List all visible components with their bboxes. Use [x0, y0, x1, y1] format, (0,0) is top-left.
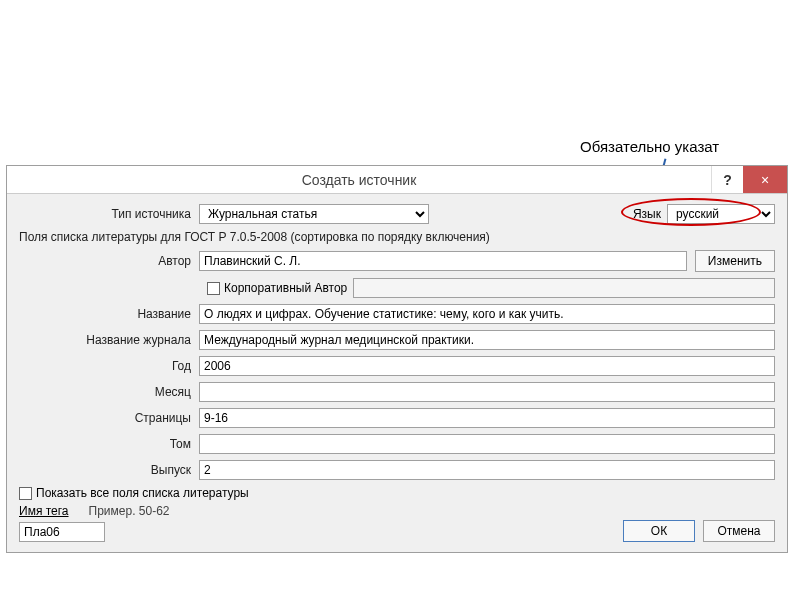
tag-name-input[interactable] — [19, 522, 105, 542]
journal-label: Название журнала — [19, 333, 199, 347]
month-input[interactable] — [199, 382, 775, 402]
help-button[interactable]: ? — [711, 166, 743, 193]
issue-input[interactable] — [199, 460, 775, 480]
pages-label: Страницы — [19, 411, 199, 425]
create-source-dialog: Создать источник ? × Тип источника Журна… — [6, 165, 788, 553]
volume-label: Том — [19, 437, 199, 451]
author-input[interactable] — [199, 251, 687, 271]
year-input[interactable] — [199, 356, 775, 376]
tag-name-label: Имя тега — [19, 504, 69, 518]
close-button[interactable]: × — [743, 166, 787, 193]
fields-section-title: Поля списка литературы для ГОСТ Р 7.0.5-… — [19, 230, 775, 244]
example-text: Пример. 50-62 — [89, 504, 170, 518]
dialog-title: Создать источник — [7, 172, 711, 188]
pages-input[interactable] — [199, 408, 775, 428]
language-select[interactable]: русский — [667, 204, 775, 224]
edit-author-button[interactable]: Изменить — [695, 250, 775, 272]
title-label: Название — [19, 307, 199, 321]
annotation-text: Обязательно указат — [580, 138, 719, 155]
issue-label: Выпуск — [19, 463, 199, 477]
language-label: Язык — [633, 207, 661, 221]
corporate-author-input[interactable] — [353, 278, 775, 298]
year-label: Год — [19, 359, 199, 373]
show-all-fields-label: Показать все поля списка литературы — [36, 486, 249, 500]
close-icon: × — [761, 172, 769, 188]
cancel-button[interactable]: Отмена — [703, 520, 775, 542]
corporate-author-checkbox[interactable] — [207, 282, 220, 295]
title-input[interactable] — [199, 304, 775, 324]
show-all-fields-checkbox[interactable] — [19, 487, 32, 500]
corporate-author-label: Корпоративный Автор — [224, 281, 347, 295]
ok-button[interactable]: ОК — [623, 520, 695, 542]
volume-input[interactable] — [199, 434, 775, 454]
titlebar: Создать источник ? × — [7, 166, 787, 194]
author-label: Автор — [19, 254, 199, 268]
month-label: Месяц — [19, 385, 199, 399]
source-type-label: Тип источника — [19, 207, 199, 221]
journal-input[interactable] — [199, 330, 775, 350]
source-type-select[interactable]: Журнальная статья — [199, 204, 429, 224]
